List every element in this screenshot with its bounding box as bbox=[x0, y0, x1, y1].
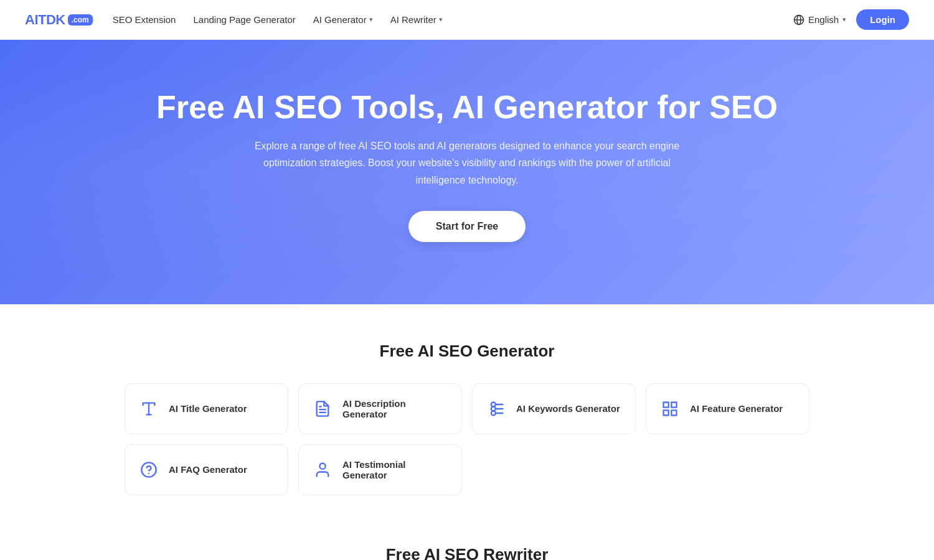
language-selector[interactable]: English ▾ bbox=[793, 14, 846, 26]
card-ai-testimonial-generator[interactable]: AI Testimonial Generator bbox=[298, 444, 462, 495]
generator-cards-grid: AI Title Generator AI Description Genera… bbox=[125, 383, 809, 495]
testimonial-icon bbox=[311, 459, 334, 481]
card-ai-title-generator[interactable]: AI Title Generator bbox=[125, 383, 288, 434]
card-ai-keywords-generator[interactable]: AI Keywords Generator bbox=[472, 383, 636, 434]
nav-left: AITDK .com SEO Extension Landing Page Ge… bbox=[25, 12, 443, 28]
svg-rect-14 bbox=[671, 402, 676, 407]
hero-section: Free AI SEO Tools, AI Generator for SEO … bbox=[0, 40, 934, 304]
ai-generator-chevron: ▾ bbox=[369, 16, 373, 24]
card-ai-description-generator[interactable]: AI Description Generator bbox=[298, 383, 462, 434]
rewriter-section: Free AI SEO Rewriter AI Title Rewriter A… bbox=[0, 533, 934, 560]
svg-rect-13 bbox=[664, 402, 669, 407]
svg-rect-16 bbox=[664, 410, 669, 415]
nav-links: SEO Extension Landing Page Generator AI … bbox=[113, 14, 443, 25]
generator-section-title: Free AI SEO Generator bbox=[25, 342, 909, 361]
card-label: AI Testimonial Generator bbox=[342, 459, 449, 480]
logo-text: AITDK bbox=[25, 12, 65, 28]
card-label: AI Feature Generator bbox=[690, 403, 783, 414]
nav-right: English ▾ Login bbox=[793, 9, 909, 30]
keywords-icon bbox=[485, 398, 507, 420]
nav-landing-page[interactable]: Landing Page Generator bbox=[193, 14, 295, 25]
nav-ai-rewriter[interactable]: AI Rewriter ▾ bbox=[390, 14, 443, 25]
nav-ai-generator[interactable]: AI Generator ▾ bbox=[313, 14, 373, 25]
card-label: AI Title Generator bbox=[169, 403, 247, 414]
description-icon bbox=[311, 398, 334, 420]
feature-icon bbox=[659, 398, 681, 420]
card-ai-feature-generator[interactable]: AI Feature Generator bbox=[646, 383, 809, 434]
hero-subtitle: Explore a range of free AI SEO tools and… bbox=[249, 138, 685, 189]
card-label: AI FAQ Generator bbox=[169, 464, 247, 475]
hero-cta-button[interactable]: Start for Free bbox=[408, 211, 526, 242]
nav-seo-extension[interactable]: SEO Extension bbox=[113, 14, 176, 25]
logo-badge: .com bbox=[68, 14, 93, 26]
ai-rewriter-chevron: ▾ bbox=[439, 16, 443, 24]
card-label: AI Description Generator bbox=[342, 398, 449, 419]
card-ai-faq-generator[interactable]: AI FAQ Generator bbox=[125, 444, 288, 495]
logo[interactable]: AITDK .com bbox=[25, 12, 93, 28]
language-label: English bbox=[808, 14, 839, 25]
faq-icon bbox=[138, 459, 160, 481]
title-icon bbox=[138, 398, 160, 420]
rewriter-section-title: Free AI SEO Rewriter bbox=[25, 545, 909, 560]
svg-point-19 bbox=[319, 463, 325, 469]
navbar: AITDK .com SEO Extension Landing Page Ge… bbox=[0, 0, 934, 40]
card-label: AI Keywords Generator bbox=[516, 403, 620, 414]
hero-title: Free AI SEO Tools, AI Generator for SEO bbox=[25, 90, 909, 125]
language-chevron: ▾ bbox=[842, 16, 846, 24]
generator-section: Free AI SEO Generator AI Title Generator bbox=[0, 304, 934, 533]
svg-rect-15 bbox=[671, 410, 676, 415]
login-button[interactable]: Login bbox=[856, 9, 909, 30]
globe-icon bbox=[793, 14, 804, 26]
